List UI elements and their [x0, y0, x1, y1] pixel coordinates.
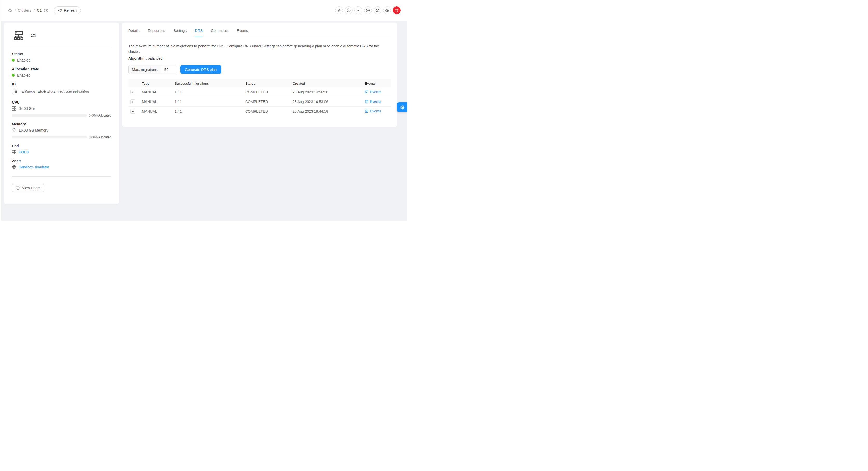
allocation-state-label: Allocation state — [12, 67, 111, 71]
tab-settings[interactable]: Settings — [174, 23, 187, 37]
view-hosts-button[interactable]: View Hosts — [12, 184, 44, 192]
column-header-status: Status — [243, 81, 290, 86]
tab-details[interactable]: Details — [128, 23, 140, 37]
delete-button[interactable] — [393, 6, 401, 14]
zone-globe-icon — [12, 165, 16, 169]
desktop-icon — [16, 186, 20, 190]
cell-created: 28 Aug 2023 14:56:30 — [290, 90, 363, 94]
expand-row-button[interactable]: + — [130, 99, 135, 104]
edit-button[interactable] — [335, 6, 343, 14]
minus-circle-button[interactable] — [364, 6, 372, 14]
column-header-type: Type — [140, 81, 173, 86]
cell-migrations: 1 / 1 — [173, 109, 243, 113]
cpu-value: 64.00 Ghz — [19, 106, 36, 110]
memory-progress-track — [12, 136, 87, 138]
tab-resources[interactable]: Resources — [148, 23, 165, 37]
memory-bulb-icon — [12, 128, 16, 132]
cpu-progress-track — [12, 114, 87, 116]
breadcrumb: / Clusters / C1 Refresh — [8, 6, 81, 14]
status-label: Status — [12, 52, 111, 56]
breadcrumb-item-clusters[interactable]: Clusters — [18, 8, 31, 12]
calendar-check-icon — [365, 109, 368, 113]
status-dot — [12, 59, 14, 62]
cluster-info-panel: C1 Status Enabled Allocation state Enabl… — [4, 23, 119, 204]
cpu-allocated-text: 0.00% Allocated — [89, 114, 111, 117]
table-row: + MANUAL 1 / 1 COMPLETED 28 Aug 2023 14:… — [128, 88, 391, 97]
cpu-label: CPU — [12, 100, 111, 104]
cell-type: MANUAL — [140, 90, 173, 94]
pod-link[interactable]: POD0 — [19, 150, 29, 154]
help-question-circle-icon[interactable] — [44, 8, 48, 13]
breadcrumb-separator: / — [14, 8, 16, 12]
eye-invisible-button[interactable] — [374, 6, 381, 14]
algorithm-label: Algorithm: — [128, 56, 147, 61]
id-section: ID 49f0c6a1-4b2b-4ba4-9053-33c08d839f69 — [12, 82, 111, 96]
minus-square-button[interactable] — [354, 6, 362, 14]
cpu-grid-icon — [12, 106, 16, 110]
memory-progress: 0.00% Allocated — [12, 135, 111, 139]
cluster-title-row: C1 — [12, 29, 111, 47]
row-events-link[interactable]: Events — [365, 90, 381, 94]
pause-circle-button[interactable] — [345, 6, 352, 14]
header-actions — [335, 6, 401, 14]
memory-label: Memory — [12, 122, 111, 126]
cell-status: COMPLETED — [243, 100, 290, 104]
expand-row-button[interactable]: + — [130, 109, 135, 114]
allocation-state-section: Allocation state Enabled — [12, 67, 111, 77]
max-migrations-group: Max. migrations — [128, 65, 176, 74]
row-events-link[interactable]: Events — [365, 109, 381, 113]
memory-allocated-text: 0.00% Allocated — [89, 135, 111, 139]
column-header-successful-migrations: Successful migrations — [173, 81, 243, 86]
column-header-events: Events — [363, 81, 391, 86]
id-label: ID — [12, 82, 111, 86]
drs-description: The maximum number of live migrations to… — [128, 43, 391, 55]
cluster-name: C1 — [31, 33, 36, 38]
cell-type: MANUAL — [140, 109, 173, 113]
content-area: C1 Status Enabled Allocation state Enabl… — [1, 21, 407, 221]
breadcrumb-item-current: C1 — [37, 8, 41, 12]
settings-drawer-toggle[interactable] — [397, 102, 407, 112]
barcode-icon — [12, 88, 19, 96]
settings-gear-button[interactable] — [383, 6, 391, 14]
max-migrations-input[interactable] — [161, 65, 176, 74]
refresh-button[interactable]: Refresh — [54, 6, 81, 14]
breadcrumb-separator: / — [33, 8, 35, 12]
home-icon[interactable] — [8, 8, 12, 12]
status-section: Status Enabled — [12, 52, 111, 62]
cluster-id-value: 49f0c6a1-4b2b-4ba4-9053-33c08d839f69 — [22, 90, 89, 94]
allocation-state-dot — [12, 74, 14, 76]
generate-drs-plan-button[interactable]: Generate DRS plan — [180, 65, 221, 74]
cluster-icon — [13, 30, 24, 41]
tab-comments[interactable]: Comments — [211, 23, 229, 37]
algorithm-line: Algorithm: balanced — [128, 56, 391, 61]
events-link-label: Events — [370, 109, 381, 113]
window-left-edge — [0, 0, 1, 221]
info-footer-divider — [12, 176, 111, 177]
memory-section: Memory 16.00 GB Memory 0.00% Allocated — [12, 122, 111, 139]
tab-events[interactable]: Events — [237, 23, 248, 37]
page: / Clusters / C1 Refresh — [0, 0, 407, 221]
zone-label: Zone — [12, 159, 111, 163]
gear-icon — [400, 105, 405, 110]
expand-row-button[interactable]: + — [130, 90, 135, 95]
cpu-section: CPU 64.00 Ghz 0.00% Allocated — [12, 100, 111, 117]
cell-type: MANUAL — [140, 100, 173, 104]
max-migrations-label: Max. migrations — [129, 65, 161, 74]
zone-link[interactable]: Sandbox-simulator — [19, 165, 49, 169]
cell-status: COMPLETED — [243, 90, 290, 94]
allocation-state-value: Enabled — [17, 73, 30, 77]
calendar-check-icon — [365, 90, 368, 94]
column-header-created: Created — [290, 81, 363, 86]
table-header-row: Type Successful migrations Status Create… — [128, 79, 391, 88]
status-value: Enabled — [17, 58, 30, 62]
cell-status: COMPLETED — [243, 109, 290, 113]
reload-icon — [58, 8, 62, 12]
pod-label: Pod — [12, 144, 111, 148]
cell-created: 28 Aug 2023 14:53:06 — [290, 100, 363, 104]
drs-plans-table: Type Successful migrations Status Create… — [128, 79, 391, 116]
pod-grid-icon — [12, 150, 16, 154]
row-events-link[interactable]: Events — [365, 99, 381, 104]
tab-drs[interactable]: DRS — [195, 23, 203, 37]
table-row: + MANUAL 1 / 1 COMPLETED 25 Aug 2023 18:… — [128, 107, 391, 116]
algorithm-value: balanced — [148, 56, 163, 61]
